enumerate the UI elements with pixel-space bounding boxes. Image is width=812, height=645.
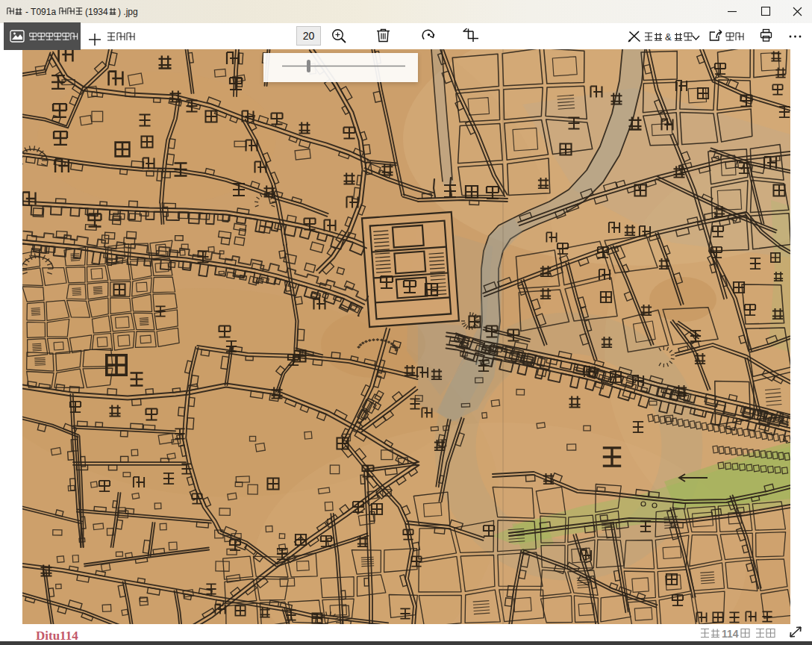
svg-text:) .jpg: ) .jpg bbox=[118, 7, 138, 17]
svg-text:&: & bbox=[665, 31, 672, 42]
svg-text:(1934: (1934 bbox=[85, 7, 108, 17]
svg-text:- T091a: - T091a bbox=[25, 7, 56, 17]
svg-text:114: 114 bbox=[722, 628, 739, 640]
